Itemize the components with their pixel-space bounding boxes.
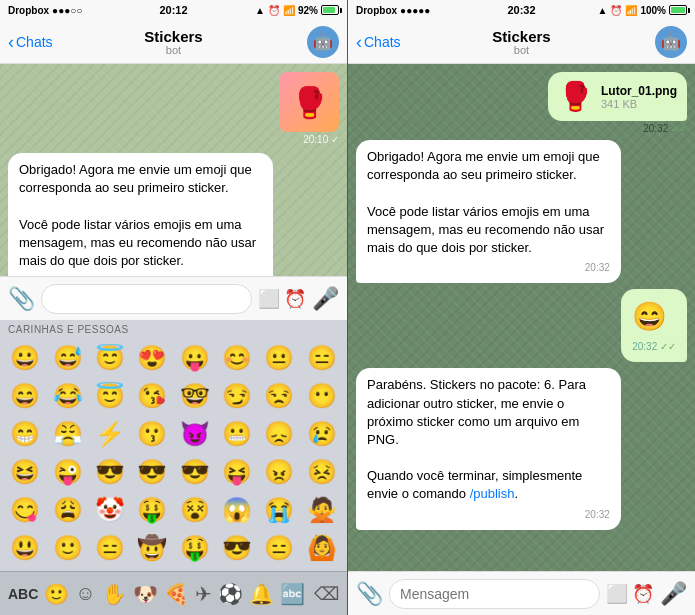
- emoji-cell[interactable]: 😀: [4, 339, 46, 377]
- food-tab[interactable]: 🍕: [164, 582, 189, 606]
- hand-tab[interactable]: ✋: [102, 582, 127, 606]
- publish-link[interactable]: /publish: [470, 486, 515, 501]
- right-microphone-icon[interactable]: 🎤: [660, 581, 687, 607]
- emoji-section-label: CARINHAS E PESSOAS: [0, 320, 347, 337]
- emoji-cell[interactable]: 😢: [301, 415, 343, 453]
- status-right: ▲ ⏰ 📶 92%: [255, 5, 339, 16]
- right-location-icon: ▲: [598, 5, 608, 16]
- emoji-cell[interactable]: 😎: [216, 529, 258, 567]
- emoji-cell[interactable]: 🙂: [46, 529, 88, 567]
- emoji-cell[interactable]: 😬: [216, 415, 258, 453]
- right-status-bar: Dropbox ●●●●● 20:32 ▲ ⏰ 📶 100%: [348, 0, 695, 20]
- right-message-incoming: Obrigado! Agora me envie um emoji que co…: [356, 140, 621, 283]
- sticker-icon-1[interactable]: ⬜: [258, 288, 280, 310]
- right-chat-subtitle: bot: [492, 44, 550, 56]
- emoji-cell[interactable]: 🤑: [131, 491, 173, 529]
- chevron-left-icon: ‹: [8, 33, 14, 51]
- emoji-cell[interactable]: 😈: [174, 415, 216, 453]
- emoji-cell[interactable]: 😣: [301, 453, 343, 491]
- left-back-button[interactable]: ‹ Chats: [8, 33, 53, 51]
- emoji-cell[interactable]: 😃: [4, 529, 46, 567]
- emoji-tab[interactable]: 🙂: [44, 582, 69, 606]
- emoji-cell[interactable]: 😎: [174, 453, 216, 491]
- message-input[interactable]: [41, 284, 252, 314]
- objects-tab[interactable]: 🔔: [249, 582, 274, 606]
- emoji-cell[interactable]: 😄: [4, 377, 46, 415]
- right-back-button[interactable]: ‹ Chats: [356, 33, 401, 51]
- emoji-cell[interactable]: 😝: [216, 453, 258, 491]
- emoji-cell[interactable]: 🤡: [89, 491, 131, 529]
- left-chat-area: 🥊 20:10 ✓ Obrigado! Agora me envie um em…: [0, 64, 347, 276]
- emoji-cell[interactable]: ⚡: [89, 415, 131, 453]
- emoji-cell[interactable]: 😗: [131, 415, 173, 453]
- battery-fill: [323, 7, 335, 13]
- right-sticker-icon-2[interactable]: ⏰: [632, 583, 654, 605]
- right-battery-label: 100%: [640, 5, 666, 16]
- animals-tab[interactable]: 🐶: [133, 582, 158, 606]
- emoji-cell[interactable]: 😊: [216, 339, 258, 377]
- emoji-cell[interactable]: 😍: [131, 339, 173, 377]
- emoji-cell[interactable]: 😆: [4, 453, 46, 491]
- emoji-cell[interactable]: 🙆: [301, 529, 343, 567]
- emoji-cell[interactable]: 🙅: [301, 491, 343, 529]
- emoji-cell[interactable]: 😇: [89, 339, 131, 377]
- delete-button[interactable]: ⌫: [314, 583, 339, 605]
- right-checkmark: ✓✓: [660, 341, 676, 352]
- right-contact-avatar[interactable]: 🤖: [655, 26, 687, 58]
- emoji-cell[interactable]: 🤑: [174, 529, 216, 567]
- emoji-cell[interactable]: 🤠: [131, 529, 173, 567]
- emoji-cell[interactable]: 🤓: [174, 377, 216, 415]
- abc-button[interactable]: ABC: [8, 586, 38, 602]
- right-incoming-time-2: 20:32: [367, 508, 610, 522]
- emoji-cell[interactable]: 😞: [258, 415, 300, 453]
- right-alarm-icon: ⏰: [610, 5, 622, 16]
- emoji-cell[interactable]: 😜: [46, 453, 88, 491]
- emoji-cell[interactable]: 😵: [174, 491, 216, 529]
- status-left: Dropbox ●●●○○: [8, 5, 82, 16]
- emoji-cell[interactable]: 😑: [258, 529, 300, 567]
- emoji-cell[interactable]: 😁: [4, 415, 46, 453]
- emoji-bar-bottom: ABC 🙂 ☺ ✋ 🐶 🍕 ✈ ⚽ 🔔 🔤 ⌫: [0, 571, 347, 615]
- emoji-cell[interactable]: 😛: [174, 339, 216, 377]
- emoji-cell[interactable]: 😂: [46, 377, 88, 415]
- emoji-cell[interactable]: 😘: [131, 377, 173, 415]
- emoji-cell[interactable]: 😑: [301, 339, 343, 377]
- emoji-cell[interactable]: 😱: [216, 491, 258, 529]
- emoji-cell[interactable]: 😇: [89, 377, 131, 415]
- message-text: Obrigado! Agora me envie um emoji que co…: [19, 162, 256, 268]
- symbols-tab[interactable]: 🔤: [280, 582, 305, 606]
- activity-tab[interactable]: ⚽: [218, 582, 243, 606]
- right-battery-indicator: [669, 5, 687, 15]
- emoji-cell[interactable]: 😎: [89, 453, 131, 491]
- chat-subtitle: bot: [144, 44, 202, 56]
- microphone-icon[interactable]: 🎤: [312, 286, 339, 312]
- battery-label: 92%: [298, 5, 318, 16]
- emoji-cell[interactable]: 😩: [46, 491, 88, 529]
- emoji-cell[interactable]: 😅: [46, 339, 88, 377]
- emoji-cell[interactable]: 😐: [258, 339, 300, 377]
- sticker-tab[interactable]: ☺: [75, 582, 95, 605]
- left-phone-panel: Dropbox ●●●○○ 20:12 ▲ ⏰ 📶 92% ‹ Chats St…: [0, 0, 347, 615]
- emoji-cell[interactable]: 😠: [258, 453, 300, 491]
- emoji-cell[interactable]: 😏: [216, 377, 258, 415]
- right-battery-body: [669, 5, 687, 15]
- right-message-input[interactable]: [389, 579, 600, 609]
- attachment-icon[interactable]: 📎: [8, 288, 35, 310]
- emoji-cell[interactable]: 😶: [301, 377, 343, 415]
- emoji-cell[interactable]: 😤: [46, 415, 88, 453]
- emoji-cell[interactable]: 😭: [258, 491, 300, 529]
- emoji-cell[interactable]: 😑: [89, 529, 131, 567]
- right-chat-title: Stickers: [492, 28, 550, 45]
- emoji-cell[interactable]: 😋: [4, 491, 46, 529]
- emoji-cell[interactable]: 😎: [131, 453, 173, 491]
- left-nav-bar: ‹ Chats Stickers bot 🤖: [0, 20, 347, 64]
- emoji-cell[interactable]: 😒: [258, 377, 300, 415]
- contact-avatar[interactable]: 🤖: [307, 26, 339, 58]
- right-toolbar: 📎 ⬜ ⏰ 🎤: [348, 571, 695, 615]
- battery-indicator: [321, 5, 339, 15]
- right-sticker-icon-1[interactable]: ⬜: [606, 583, 628, 605]
- travel-tab[interactable]: ✈: [195, 582, 212, 606]
- right-message-text-2: Parabéns. Stickers no pacote: 6. Para ad…: [367, 377, 586, 501]
- sticker-icon-2[interactable]: ⏰: [284, 288, 306, 310]
- right-attachment-icon[interactable]: 📎: [356, 583, 383, 605]
